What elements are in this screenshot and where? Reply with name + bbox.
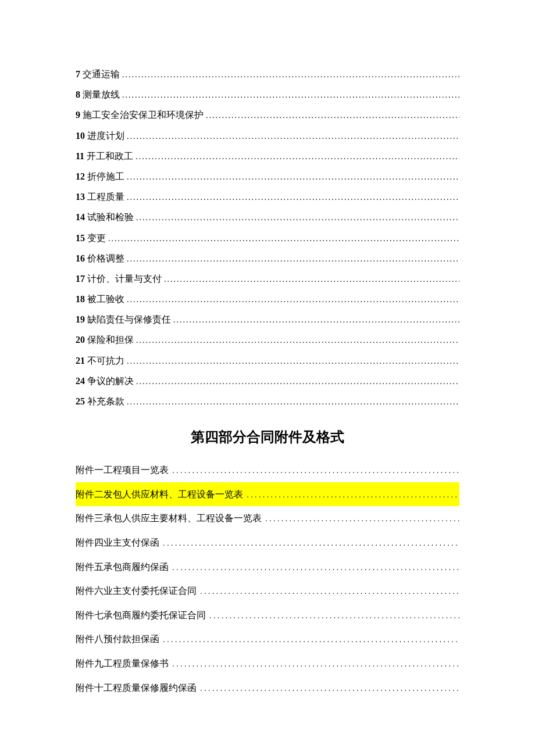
toc-item-number: 8: [76, 84, 80, 105]
attachment-item-label: 附件八预付款担保函: [76, 627, 159, 651]
attachment-item: 附件五承包商履约保函..............................…: [76, 555, 459, 579]
toc-item-label: 缺陷责任与保修责任: [87, 309, 171, 329]
attachment-item-label: 附件十工程质量保修履约保函: [76, 676, 197, 700]
attachment-item-dots: ........................................…: [247, 484, 459, 505]
toc-item-number: 7: [76, 64, 80, 84]
toc-item-label: 进度计划: [87, 126, 124, 146]
section-title: 第四部分合同附件及格式: [76, 428, 459, 446]
toc-item-number: 15: [76, 228, 85, 248]
attachment-item: 附件二发包人供应材料、工程设备一览表......................…: [76, 482, 459, 507]
attachment-item-label: 附件九工程质量保修书: [76, 651, 169, 676]
attachment-item-dots: ........................................…: [172, 460, 459, 481]
toc-item: 17计价、计量与支付..............................…: [76, 268, 459, 289]
toc-item: 25补充条款..................................…: [76, 391, 459, 411]
toc-item-number: 10: [76, 126, 85, 146]
toc-item-label: 价格调整: [87, 248, 124, 268]
attachment-item: 附件六业主支付委托保证合同...........................…: [76, 579, 459, 603]
attachment-item-dots: ........................................…: [200, 678, 459, 698]
toc-item: 12折停施工..................................…: [76, 166, 459, 187]
toc-list: 7交通运输...................................…: [76, 64, 459, 411]
toc-item-number: 21: [76, 350, 85, 371]
toc-item-dots: ........................................…: [127, 169, 459, 187]
toc-item: 9施工安全治安保卫和环境保护..........................…: [76, 105, 459, 125]
toc-item-label: 试验和检验: [87, 207, 134, 227]
toc-item-dots: ........................................…: [136, 332, 459, 350]
attachment-item-label: 附件三承包人供应主要材料、工程设备一览表: [76, 506, 262, 531]
toc-item-number: 25: [76, 391, 85, 411]
toc-item-label: 变更: [87, 228, 106, 248]
attachment-item-dots: ........................................…: [172, 557, 459, 578]
toc-item: 19缺陷责任与保修责任.............................…: [76, 309, 459, 329]
toc-item-dots: ........................................…: [127, 128, 459, 146]
toc-item-number: 20: [76, 329, 85, 350]
toc-item-number: 13: [76, 187, 85, 207]
toc-item-dots: ........................................…: [206, 107, 459, 125]
attachment-item-label: 附件一工程项目一览表: [76, 458, 169, 482]
attachment-item-label: 附件二发包人供应材料、工程设备一览表: [76, 482, 243, 507]
toc-item-label: 保险和担保: [87, 329, 134, 350]
toc-item-dots: ........................................…: [122, 66, 459, 84]
attachment-item-dots: ........................................…: [265, 508, 459, 529]
toc-item: 20保险和担保.................................…: [76, 329, 459, 350]
toc-item-dots: ........................................…: [135, 148, 459, 166]
toc-item-label: 不可抗力: [87, 350, 124, 371]
attachment-item-label: 附件四业主支付保函: [76, 531, 159, 555]
toc-item-dots: ........................................…: [127, 353, 459, 371]
toc-item-dots: ........................................…: [108, 230, 459, 248]
toc-item-number: 14: [76, 207, 85, 227]
toc-item-label: 工程质量: [87, 187, 124, 207]
toc-item: 11开工和政工.................................…: [76, 146, 459, 166]
toc-item-dots: ........................................…: [136, 209, 459, 227]
toc-item: 18被工验收..................................…: [76, 289, 459, 309]
toc-item: 15变更....................................…: [76, 228, 459, 248]
toc-item: 13工程质量..................................…: [76, 187, 459, 207]
toc-item-dots: ........................................…: [127, 250, 459, 268]
toc-item-dots: ........................................…: [122, 87, 459, 105]
toc-item-number: 18: [76, 289, 85, 309]
toc-item-label: 测量放线: [83, 84, 120, 105]
toc-item: 16价格调整..................................…: [76, 248, 459, 268]
toc-item-label: 施工安全治安保卫和环境保护: [83, 105, 204, 125]
toc-item: 21不可抗力..................................…: [76, 350, 459, 371]
toc-item-number: 11: [76, 146, 84, 166]
toc-item-label: 被工验收: [87, 289, 124, 309]
attachment-item-label: 附件五承包商履约保函: [76, 555, 169, 579]
toc-item-number: 17: [76, 268, 85, 289]
toc-item-label: 开工和政工: [87, 146, 133, 166]
toc-item-number: 19: [76, 309, 85, 329]
toc-item: 10进度计划..................................…: [76, 126, 459, 146]
attachment-item-dots: ........................................…: [200, 581, 459, 601]
attachment-item-dots: ........................................…: [163, 532, 459, 553]
toc-item: 24争议的解决.................................…: [76, 371, 459, 391]
toc-item-dots: ........................................…: [127, 189, 459, 207]
attachment-item-dots: ........................................…: [209, 605, 459, 626]
attachment-item: 附件四业主支付保函...............................…: [76, 531, 459, 555]
toc-item-dots: ........................................…: [127, 291, 459, 309]
attachment-item-label: 附件七承包商履约委托保证合同: [76, 603, 206, 628]
toc-item-label: 折停施工: [87, 166, 124, 187]
attachment-item: 附件十工程质量保修履约保函...........................…: [76, 676, 459, 700]
toc-item-number: 12: [76, 166, 85, 187]
attachment-item-label: 附件六业主支付委托保证合同: [76, 579, 197, 603]
attachment-item-dots: ........................................…: [163, 629, 459, 650]
toc-item-label: 计价、计量与支付: [87, 268, 162, 289]
toc-item-number: 9: [76, 105, 80, 125]
toc-item: 8测量放线...................................…: [76, 84, 459, 105]
toc-item-dots: ........................................…: [164, 271, 459, 289]
attachment-item: 附件九工程质量保修书..............................…: [76, 651, 459, 676]
attachment-item: 附件八预付款担保函...............................…: [76, 627, 459, 651]
toc-item-number: 24: [76, 371, 85, 391]
attachment-item: 附件一工程项目一览表..............................…: [76, 458, 459, 482]
toc-item-number: 16: [76, 248, 85, 268]
toc-item-label: 补充条款: [87, 391, 124, 411]
toc-item-dots: ........................................…: [136, 373, 459, 391]
attachments-list: 附件一工程项目一览表..............................…: [76, 458, 459, 700]
attachment-item: 附件三承包人供应主要材料、工程设备一览表....................…: [76, 506, 459, 531]
toc-item: 7交通运输...................................…: [76, 64, 459, 84]
attachment-item-dots: ........................................…: [172, 653, 459, 674]
toc-item-dots: ........................................…: [173, 311, 459, 329]
toc-item: 14试验和检验.................................…: [76, 207, 459, 227]
toc-item-label: 争议的解决: [87, 371, 134, 391]
toc-item-dots: ........................................…: [127, 393, 459, 411]
attachment-item: 附件七承包商履约委托保证合同..........................…: [76, 603, 459, 628]
